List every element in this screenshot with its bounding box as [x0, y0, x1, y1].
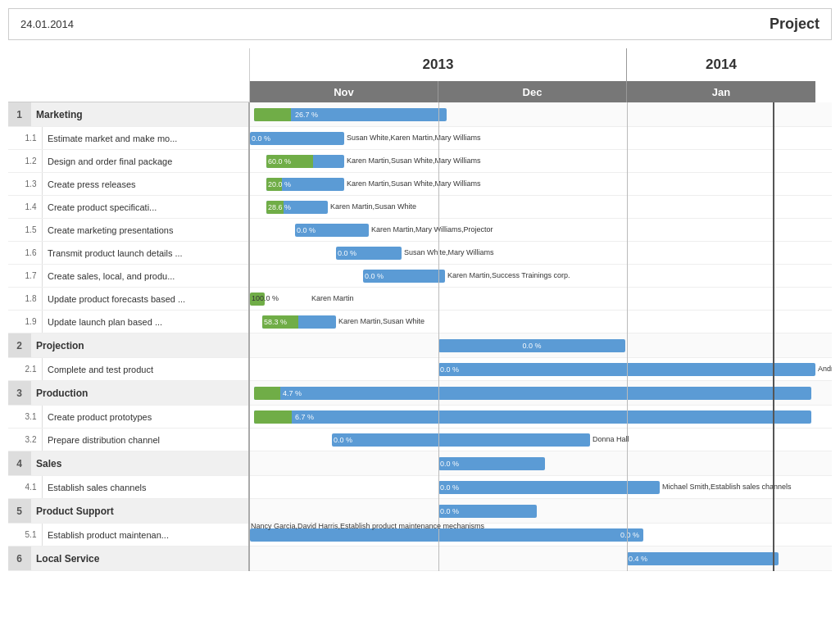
task-list: 1 Marketing 1.1 Estimate market and make… [8, 102, 250, 571]
task-num-1-6: 1.6 [20, 242, 43, 264]
bar-1-5: 0.0 % [295, 224, 369, 237]
month-nov: Nov [250, 81, 438, 102]
task-row-4-1: 4.1 Establish sales channels [8, 476, 248, 499]
month-header-row: Nov Dec Jan [8, 81, 832, 102]
task-num-5-1: 5.1 [20, 524, 43, 546]
gantt-row-group-5: 0.0 % [250, 499, 832, 524]
task-row-1-9: 1.9 Update launch plan based ... [8, 311, 248, 333]
group-num-5: 5 [8, 499, 31, 523]
group-num-1: 1 [8, 102, 31, 126]
bar-1-7: 0.0 % [363, 270, 445, 283]
group-name-3: Production [31, 381, 248, 405]
task-name-3-2: Prepare distribution channel [43, 429, 248, 451]
label-1-4: Karen Martin,Susan White [330, 202, 416, 211]
header-title: Project [770, 16, 820, 33]
month-jan: Jan [627, 81, 815, 102]
label-1-9: Karen Martin,Susan White [338, 317, 425, 325]
task-name-1-3: Create press releases [43, 173, 248, 195]
group-row-1: 1 Marketing [8, 102, 248, 127]
bar-1-4: 28.6 % [266, 201, 328, 214]
gantt-chart: 26.7 % 0.0 % Susan White,Karen Martin,Ma… [250, 102, 832, 571]
year-2013: 2013 [250, 48, 627, 81]
label-1-8: Karen Martin [311, 294, 354, 302]
label-3-2: Donna Hall [593, 435, 629, 443]
gantt-row-1-2: 60.0 % Karen Martin,Susan White,Mary Wil… [250, 150, 832, 173]
bar-bg-3: 4.7 % [254, 387, 811, 400]
label-1-1: Susan White,Karen Martin,Mary Williams [347, 134, 481, 142]
gantt-row-1-7: 0.0 % Karen Martin,Success Trainings cor… [250, 265, 832, 288]
label-1-7: Karen Martin,Success Trainings corp. [447, 271, 570, 279]
bar-1-3: 20.0 % [266, 178, 344, 191]
group-name-2: Projection [31, 333, 248, 357]
task-name-1-9: Update launch plan based ... [43, 311, 248, 333]
group-name-6: Local Service [31, 546, 248, 570]
task-name-1-1: Estimate market and make mo... [43, 127, 248, 149]
bar-1-2: 60.0 % [266, 155, 344, 168]
bar-1-6: 0.0 % [336, 247, 402, 260]
task-name-1-6: Transmit product launch details ... [43, 242, 248, 264]
task-row-1-2: 1.2 Design and order final package [8, 150, 248, 173]
gantt-row-group-6: 0.4 % [250, 546, 832, 571]
task-num-1-8: 1.8 [20, 288, 43, 310]
task-num-4-1: 4.1 [20, 476, 43, 498]
group-num-3: 3 [8, 381, 31, 405]
gantt-row-1-5: 0.0 % Karen Martin,Mary Williams,Project… [250, 219, 832, 242]
task-num-1-1: 1.1 [20, 127, 43, 149]
task-row-5-1: 5.1 Establish product maintenan... [8, 524, 248, 546]
group-num-2: 2 [8, 333, 31, 357]
group-num-6: 6 [8, 546, 31, 570]
task-row-1-1: 1.1 Estimate market and make mo... [8, 127, 248, 150]
task-name-1-7: Create sales, local, and produ... [43, 265, 248, 287]
task-row-1-5: 1.5 Create marketing presentations [8, 219, 248, 242]
task-num-1-5: 1.5 [20, 219, 43, 241]
task-row-1-7: 1.7 Create sales, local, and produ... [8, 265, 248, 288]
gantt-row-2-1: 0.0 % Andrew Anderson,Barbara Taylor,Tho… [250, 358, 832, 381]
year-2014: 2014 [627, 48, 815, 81]
task-num-1-2: 1.2 [20, 150, 43, 172]
group-num-4: 4 [8, 451, 31, 475]
group-name-1: Marketing [31, 102, 248, 126]
bar-bg-2: 0.0 % [438, 339, 625, 352]
task-row-1-3: 1.3 Create press releases [8, 173, 248, 196]
label-1-6: Susan White,Mary Williams [404, 248, 494, 256]
gantt-row-3-1: 6.7 % Mark Robinson,3Dprinter,Printingma… [250, 406, 832, 429]
task-row-3-1: 3.1 Create product prototypes [8, 406, 248, 429]
task-name-1-2: Design and order final package [43, 150, 248, 172]
month-dec: Dec [438, 81, 627, 102]
label-4-1: Michael Smith,Establish sales channels [662, 483, 792, 491]
task-row-3-2: 3.2 Prepare distribution channel [8, 429, 248, 451]
group-name-5: Product Support [31, 499, 248, 523]
task-name-1-5: Create marketing presentations [43, 219, 248, 241]
task-num-2-1: 2.1 [20, 358, 43, 380]
task-name-2-1: Complete and test product [43, 358, 248, 380]
bar-bg-6: 0.4 % [627, 552, 779, 565]
task-num-3-2: 3.2 [20, 429, 43, 451]
gantt-row-1-4: 28.6 % Karen Martin,Susan White [250, 196, 832, 219]
header: 24.01.2014 Project [8, 8, 832, 40]
label-1-8-pct: 100.0 % [250, 294, 279, 302]
gantt-row-group-1: 26.7 % [250, 102, 832, 127]
now-line [773, 102, 774, 571]
gantt-row-1-9: 58.3 % Karen Martin,Susan White [250, 311, 832, 333]
group-row-3: 3 Production [8, 381, 248, 406]
task-row-1-6: 1.6 Transmit product launch details ... [8, 242, 248, 265]
task-name-4-1: Establish sales channels [43, 476, 248, 498]
task-num-1-7: 1.7 [20, 265, 43, 287]
bar-5-1: 0.0 % [250, 528, 643, 542]
task-row-2-1: 2.1 Complete and test product [8, 358, 248, 381]
bar-3-2: 0.0 % [332, 433, 590, 447]
task-num-3-1: 3.1 [20, 406, 43, 428]
bar-bg-4: 0.0 % [438, 457, 545, 470]
gantt-row-1-1: 0.0 % Susan White,Karen Martin,Mary Will… [250, 127, 832, 150]
bar-bg-1: 26.7 % [254, 108, 447, 121]
header-date: 24.01.2014 [20, 18, 74, 30]
group-row-2: 2 Projection [8, 333, 248, 358]
label-1-3: Karen Martin,Susan White,Mary Williams [347, 179, 481, 188]
task-name-1-4: Create product specificati... [43, 196, 248, 218]
task-name-1-8: Update product forecasts based ... [43, 288, 248, 310]
gantt-row-group-4: 0.0 % [250, 451, 832, 476]
bar-bg-5: 0.0 % [438, 505, 537, 518]
gantt-row-1-8: 100.0 % Karen Martin [250, 288, 832, 311]
gantt-row-4-1: 0.0 % Michael Smith,Establish sales chan… [250, 476, 832, 499]
task-num-1-3: 1.3 [20, 173, 43, 195]
